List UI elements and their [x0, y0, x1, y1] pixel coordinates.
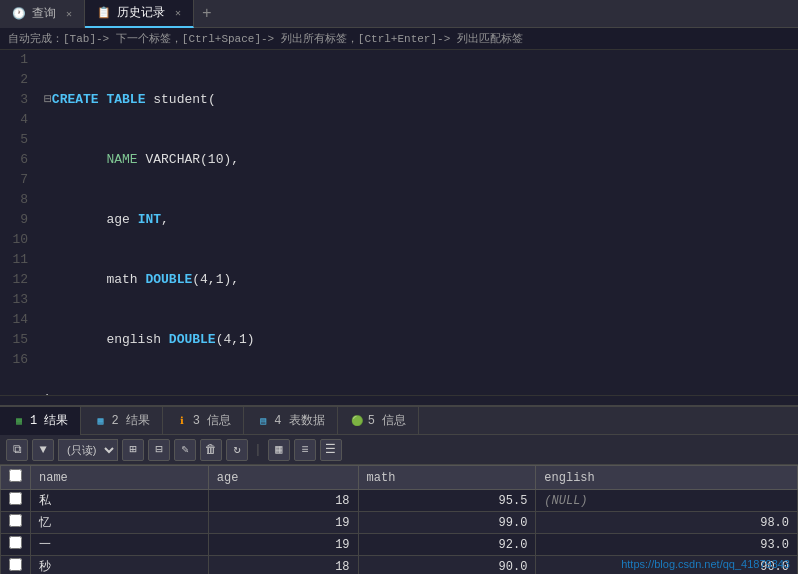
horizontal-scrollbar[interactable] [0, 395, 798, 405]
row-checkbox-2[interactable] [1, 534, 31, 556]
close-history-icon[interactable]: ✕ [175, 7, 181, 19]
row-checkbox-1[interactable] [1, 512, 31, 534]
toolbar-copy-btn[interactable]: ⧉ [6, 439, 28, 461]
result-tab-5[interactable]: 🟢 5 信息 [338, 407, 419, 435]
toolbar-refresh-btn[interactable]: ↻ [226, 439, 248, 461]
result-tab-1-label: 1 结果 [30, 412, 68, 429]
result-toolbar: ⧉ ▼ (只读) ⊞ ⊟ ✎ 🗑 ↻ | ▦ ≡ ☰ [0, 435, 798, 465]
line-numbers: 12345 678910 1112131415 16 [0, 50, 36, 395]
row-checkbox-3[interactable] [1, 556, 31, 575]
table-header-row: name age math english [1, 466, 798, 490]
tab-query[interactable]: 🕐 查询 ✕ [0, 0, 85, 28]
bottom-panel: ▦ 1 结果 ▦ 2 结果 ℹ 3 信息 ▤ 4 表数据 🟢 5 信息 ⧉ ▼ … [0, 405, 798, 574]
cell-name-0[interactable]: 私 [31, 490, 209, 512]
col-age[interactable]: age [208, 466, 358, 490]
table-row: 忆 19 99.0 98.0 [1, 512, 798, 534]
cell-math-0[interactable]: 95.5 [358, 490, 536, 512]
cell-name-1[interactable]: 忆 [31, 512, 209, 534]
toolbar-btn-c[interactable]: ✎ [174, 439, 196, 461]
result-tab-2[interactable]: ▦ 2 结果 [81, 407, 162, 435]
table-row: 私 18 95.5 (NULL) [1, 490, 798, 512]
clock-icon: 🕐 [12, 7, 26, 20]
toolbar-detail-btn[interactable]: ☰ [320, 439, 342, 461]
toolbar-grid-btn[interactable]: ▦ [268, 439, 290, 461]
result-tab-4[interactable]: ▤ 4 表数据 [244, 407, 337, 435]
result-tab-3[interactable]: ℹ 3 信息 [163, 407, 244, 435]
watermark: https://blog.csdn.net/qq_41879343 [621, 558, 790, 570]
result-tab-3-label: 3 信息 [193, 412, 231, 429]
cell-age-2[interactable]: 19 [208, 534, 358, 556]
result-tab-1[interactable]: ▦ 1 结果 [0, 407, 81, 435]
toolbar-sep: | [254, 442, 262, 457]
close-icon[interactable]: ✕ [66, 8, 72, 20]
select-all-checkbox[interactable] [9, 469, 22, 482]
grid-icon-2: ▦ [93, 414, 107, 428]
tab-query-label: 查询 [32, 5, 56, 22]
col-english[interactable]: english [536, 466, 798, 490]
info-icon-3: ℹ [175, 414, 189, 428]
tab-history[interactable]: 📋 历史记录 ✕ [85, 0, 194, 28]
table-icon-4: ▤ [256, 414, 270, 428]
table-row: 一 19 92.0 93.0 [1, 534, 798, 556]
result-tab-5-label: 5 信息 [368, 412, 406, 429]
add-tab-button[interactable]: + [194, 5, 220, 23]
cell-age-1[interactable]: 19 [208, 512, 358, 534]
cell-english-1[interactable]: 98.0 [536, 512, 798, 534]
history-icon: 📋 [97, 6, 111, 19]
cell-math-3[interactable]: 90.0 [358, 556, 536, 575]
cell-english-2[interactable]: 93.0 [536, 534, 798, 556]
code-editor[interactable]: 12345 678910 1112131415 16 ⊟CREATE TABLE… [0, 50, 798, 395]
code-content[interactable]: ⊟CREATE TABLE student( NAME VARCHAR(10),… [36, 50, 798, 395]
cell-name-2[interactable]: 一 [31, 534, 209, 556]
result-tab-4-label: 4 表数据 [274, 412, 324, 429]
tab-history-label: 历史记录 [117, 4, 165, 21]
cell-math-1[interactable]: 99.0 [358, 512, 536, 534]
hint-bar: 自动完成：[Tab]-> 下一个标签，[Ctrl+Space]-> 列出所有标签… [0, 28, 798, 50]
toolbar-delete-btn[interactable]: 🗑 [200, 439, 222, 461]
toolbar-filter-btn[interactable]: ▼ [32, 439, 54, 461]
col-checkbox [1, 466, 31, 490]
readonly-select[interactable]: (只读) [58, 439, 118, 461]
cell-age-3[interactable]: 18 [208, 556, 358, 575]
grid-icon-1: ▦ [12, 414, 26, 428]
toolbar-list-btn[interactable]: ≡ [294, 439, 316, 461]
row-checkbox-0[interactable] [1, 490, 31, 512]
toolbar-btn-a[interactable]: ⊞ [122, 439, 144, 461]
cell-math-2[interactable]: 92.0 [358, 534, 536, 556]
tab-bar: 🕐 查询 ✕ 📋 历史记录 ✕ + [0, 0, 798, 28]
result-tab-2-label: 2 结果 [111, 412, 149, 429]
toolbar-btn-b[interactable]: ⊟ [148, 439, 170, 461]
col-math[interactable]: math [358, 466, 536, 490]
col-name[interactable]: name [31, 466, 209, 490]
cell-english-0[interactable]: (NULL) [536, 490, 798, 512]
info-icon-5: 🟢 [350, 414, 364, 428]
cell-name-3[interactable]: 秒 [31, 556, 209, 575]
hint-text: 自动完成：[Tab]-> 下一个标签，[Ctrl+Space]-> 列出所有标签… [8, 33, 523, 45]
result-tabs: ▦ 1 结果 ▦ 2 结果 ℹ 3 信息 ▤ 4 表数据 🟢 5 信息 [0, 407, 798, 435]
cell-age-0[interactable]: 18 [208, 490, 358, 512]
